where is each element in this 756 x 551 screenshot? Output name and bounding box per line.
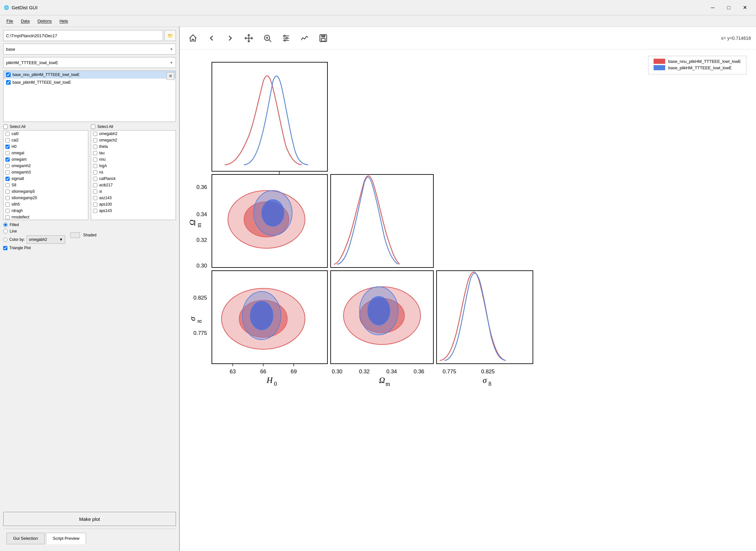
param-nnu[interactable]: nnu <box>91 156 176 163</box>
color-by-row: Color by: omegabh2 ▼ <box>3 235 65 244</box>
select-all-right-checkbox[interactable] <box>91 124 95 129</box>
plot-svg: H 0 Ω m σ 8 Ω m σ 8 63 <box>186 56 700 393</box>
color-by-radio[interactable] <box>3 238 7 242</box>
param-ns[interactable]: ns <box>91 169 176 175</box>
param-omegamh3[interactable]: omegamh3 <box>4 169 88 175</box>
param-omegam[interactable]: omegam <box>4 156 88 163</box>
select-all-right-label: Select All <box>97 124 113 129</box>
svg-point-30 <box>250 301 273 330</box>
param-rmsdeflect[interactable]: rmsdeflect <box>4 214 88 220</box>
chain-list: base_nnu_plikHM_TTTEEE_lowl_lowE base_pl… <box>3 71 176 122</box>
svg-text:σ: σ <box>188 316 197 321</box>
triangle-checkbox[interactable] <box>3 246 7 250</box>
filled-radio[interactable] <box>3 222 8 227</box>
svg-text:0.36: 0.36 <box>197 184 207 190</box>
filled-label: Filled <box>10 222 19 227</box>
svg-point-10 <box>286 37 288 39</box>
left-panel: 📁 base ▼ plikHM_TTTEEE_lowl_lowE ▼ base_… <box>0 27 180 551</box>
param-section: Select All cal0 cal2 H0 omegal omegam om… <box>3 124 176 220</box>
legend-label-1: base_plikHM_TTTEEE_lowl_lowE <box>668 65 732 70</box>
menu-data[interactable]: Data <box>17 17 33 25</box>
param-omegal[interactable]: omegal <box>4 150 88 156</box>
param-s8h5[interactable]: s8h5 <box>4 201 88 207</box>
tab-script-preview[interactable]: Script Preview <box>46 533 86 544</box>
color-by-dropdown[interactable]: omegabh2 ▼ <box>27 235 65 244</box>
chain-item-0[interactable]: base_nnu_plikHM_TTTEEE_lowl_lowE <box>4 71 176 79</box>
param-theta[interactable]: theta <box>91 143 176 150</box>
svg-point-11 <box>284 39 286 41</box>
svg-text:m: m <box>196 223 202 227</box>
move-button[interactable] <box>241 30 257 46</box>
param-s8omegamp25[interactable]: s8omegamp25 <box>4 195 88 201</box>
zoom-button[interactable] <box>259 30 275 46</box>
tab-gui-selection[interactable]: Gui Selection <box>6 533 45 544</box>
param-logA[interactable]: logA <box>91 163 176 169</box>
bottom-tabs: Gui Selection Script Preview <box>3 529 176 548</box>
shaded-label: Shaded <box>83 233 96 237</box>
triangle-plot: H 0 Ω m σ 8 Ω m σ 8 63 <box>186 56 750 545</box>
menu-bar: File Data Options Help <box>0 15 756 27</box>
svg-text:σ: σ <box>483 376 487 385</box>
save-button[interactable] <box>315 30 331 46</box>
param-sigma8[interactable]: sigma8 <box>4 175 88 182</box>
path-input[interactable] <box>3 30 163 41</box>
param-s8omegamp5[interactable]: s8omegamp5 <box>4 188 88 195</box>
param-omegamh2[interactable]: omegamh2 <box>4 163 88 169</box>
param-col-left: Select All cal0 cal2 H0 omegal omegam om… <box>3 124 88 220</box>
menu-options[interactable]: Options <box>33 17 55 25</box>
svg-text:m: m <box>386 381 390 387</box>
make-plot-button[interactable]: Make plot <box>3 512 176 526</box>
chain-checkbox-0[interactable] <box>6 72 11 77</box>
filled-option[interactable]: Filled <box>3 222 65 227</box>
minimize-button[interactable]: ─ <box>705 3 720 13</box>
svg-text:66: 66 <box>260 369 266 375</box>
toolbar-coords: x= y=0.714618 <box>721 36 751 41</box>
svg-text:8: 8 <box>489 381 491 387</box>
param-cal0[interactable]: cal0 <box>4 130 88 137</box>
param-xi[interactable]: xi <box>91 188 176 195</box>
line-option[interactable]: Line <box>3 229 65 233</box>
select-all-left-checkbox[interactable] <box>3 124 8 129</box>
app-icon: 🌐 <box>4 5 9 10</box>
param-aps143[interactable]: aps143 <box>91 207 176 214</box>
home-button[interactable] <box>185 30 201 46</box>
forward-button[interactable] <box>222 30 238 46</box>
param-S8[interactable]: S8 <box>4 182 88 188</box>
chain-clear-button[interactable]: ✕ <box>167 72 174 80</box>
param-asz143[interactable]: asz143 <box>91 195 176 201</box>
svg-rect-14 <box>321 38 325 41</box>
param-cal2[interactable]: cal2 <box>4 137 88 143</box>
param-rdragh[interactable]: rdragh <box>4 207 88 214</box>
param-tau[interactable]: tau <box>91 150 176 156</box>
chain-dropdown[interactable]: plikHM_TTTEEE_lowl_lowE ▼ <box>3 57 176 68</box>
svg-text:0.32: 0.32 <box>359 369 369 375</box>
legend-color-1 <box>654 65 665 70</box>
svg-rect-18 <box>331 174 433 267</box>
chain-value: plikHM_TTTEEE_lowl_lowE <box>6 60 58 65</box>
line-radio[interactable] <box>3 229 8 233</box>
settings-button[interactable] <box>278 30 294 46</box>
param-list-left: cal0 cal2 H0 omegal omegam omegamh2 omeg… <box>3 130 88 220</box>
browse-button[interactable]: 📁 <box>164 30 176 41</box>
svg-text:0.34: 0.34 <box>386 369 397 375</box>
back-button[interactable] <box>204 30 220 46</box>
base-dropdown[interactable]: base ▼ <box>3 44 176 54</box>
param-omegach2[interactable]: omegach2 <box>91 137 176 143</box>
right-panel: x= y=0.714618 base_nnu_plikHM_TTTEEE_low… <box>180 27 756 551</box>
close-button[interactable]: ✕ <box>737 3 752 13</box>
param-acib217[interactable]: acib217 <box>91 182 176 188</box>
param-omegabh2[interactable]: omegabh2 <box>91 130 176 137</box>
menu-file[interactable]: File <box>3 17 17 25</box>
param-calPlanck[interactable]: calPlanck <box>91 175 176 182</box>
menu-help[interactable]: Help <box>55 17 72 25</box>
maximize-button[interactable]: □ <box>721 3 736 13</box>
chain-checkbox-1[interactable] <box>6 80 11 85</box>
param-H0[interactable]: H0 <box>4 143 88 150</box>
svg-text:0.36: 0.36 <box>414 369 424 375</box>
window-controls: ─ □ ✕ <box>705 3 752 13</box>
chart-button[interactable] <box>297 30 313 46</box>
select-all-left-row: Select All <box>3 124 88 129</box>
param-col-right: Select All omegabh2 omegach2 theta tau n… <box>91 124 176 220</box>
param-aps100[interactable]: aps100 <box>91 201 176 207</box>
chain-item-1[interactable]: base_plikHM_TTTEEE_lowl_lowE <box>4 79 176 86</box>
